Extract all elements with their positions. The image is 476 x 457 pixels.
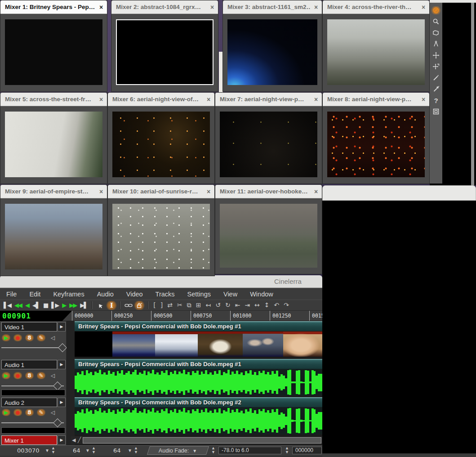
insertion-point-tumbler[interactable]: ▲▼ — [285, 446, 289, 454]
timeline-hscrollbar[interactable]: ◀ ╱ — [71, 436, 322, 444]
main-titlebar[interactable]: Cinelerra — [0, 275, 322, 288]
close-icon[interactable]: × — [203, 188, 214, 195]
crop-icon[interactable] — [431, 74, 441, 82]
cut-button[interactable]: ✂ — [175, 300, 185, 310]
sample-zoom-tumbler[interactable]: ▲▼ — [51, 446, 55, 454]
paste-button[interactable]: ⊞ — [194, 300, 204, 310]
close-icon[interactable]: × — [418, 4, 429, 11]
mixer2-titlebar[interactable]: Mixer 2: abstract-1084_rgrx…× — [111, 0, 218, 14]
mask-icon[interactable] — [431, 29, 441, 37]
mixer6-video-canvas[interactable] — [112, 112, 210, 177]
drag-arrow-tool[interactable] — [95, 301, 106, 310]
sample-zoom-dropdown-icon[interactable]: ▼ — [45, 448, 49, 453]
video1-fader-handle[interactable] — [58, 343, 67, 352]
mixer1-expand-button[interactable]: ▶ — [58, 435, 66, 445]
clear-labels-button[interactable]: ↤ — [203, 300, 213, 310]
mute-icon[interactable]: ◁ — [49, 372, 57, 379]
protect-video-icon[interactable] — [431, 6, 441, 14]
mixer1-titlebar[interactable]: Mixer 1: Britney Spears - Pep…× — [0, 0, 107, 14]
untitled-window-titlebar[interactable] — [322, 185, 476, 201]
menu-tracks[interactable]: Tracks — [149, 291, 181, 298]
audio2-expand-button[interactable]: ▶ — [58, 398, 66, 407]
close-icon[interactable]: × — [206, 4, 218, 11]
mixer11-video-canvas[interactable] — [220, 204, 317, 268]
adjust-projector-icon[interactable] — [431, 63, 441, 71]
frame-reverse-button[interactable]: ◀▌ — [31, 300, 41, 310]
mixer2-video-canvas[interactable] — [116, 19, 214, 85]
menu-video[interactable]: Video — [120, 291, 149, 298]
sample-zoom-value[interactable]: 003070 — [17, 447, 40, 454]
fade-range-field[interactable]: -78.0 to 6.0 — [218, 447, 281, 454]
play-reverse-button[interactable]: ◀ — [23, 300, 31, 310]
goto-end-button[interactable]: ▶▌ — [78, 300, 89, 310]
draw-icon[interactable]: ✎ — [37, 409, 45, 416]
split-view-button[interactable]: ⇄ — [165, 300, 175, 310]
safe-regions-icon[interactable] — [431, 108, 441, 116]
gang-icon[interactable]: 8 — [25, 409, 34, 416]
close-icon[interactable]: × — [95, 188, 107, 195]
out-point-button[interactable]: ] — [158, 300, 165, 310]
mixer5-video-canvas[interactable] — [5, 112, 102, 177]
compositor-scrollbar[interactable] — [471, 3, 474, 185]
scroll-thumb[interactable] — [83, 437, 321, 444]
mixer10-video-canvas[interactable] — [112, 204, 210, 269]
auto-keyframes-toggle[interactable] — [123, 301, 134, 310]
track-zoom-dropdown-icon[interactable]: ▼ — [128, 448, 132, 453]
audio1-expand-button[interactable]: ▶ — [58, 360, 66, 369]
close-icon[interactable]: × — [310, 96, 322, 103]
copy-button[interactable]: ⧉ — [185, 300, 194, 310]
close-icon[interactable]: × — [310, 4, 322, 11]
adjust-camera-icon[interactable] — [431, 51, 441, 59]
mixer6-titlebar[interactable]: Mixer 6: aerial-night-view-of…× — [108, 93, 214, 106]
ruler-icon[interactable] — [431, 40, 441, 48]
prev-label-button[interactable]: ⇤ — [233, 300, 243, 310]
frame-forward-button[interactable]: ▌▶ — [49, 300, 60, 310]
track-zoom-value[interactable]: 64 — [113, 447, 121, 454]
mixer9-titlebar[interactable]: Mixer 9: aerial-of-empire-st…× — [0, 185, 107, 198]
timeline-ruler[interactable]: 0000000002500005000007500010000012500015… — [71, 311, 322, 321]
draw-icon[interactable]: ✎ — [37, 372, 45, 379]
mute-icon[interactable]: ◁ — [49, 409, 57, 416]
close-icon[interactable]: × — [310, 188, 322, 195]
gang-icon[interactable]: 8 — [25, 334, 34, 341]
play-icon[interactable]: ▶ — [2, 334, 10, 341]
menu-view[interactable]: View — [217, 291, 244, 298]
fit-selection-button[interactable]: ↔ — [252, 300, 262, 310]
close-icon[interactable]: × — [418, 96, 429, 103]
mixer8-video-canvas[interactable] — [327, 112, 425, 177]
gang-icon[interactable]: 8 — [25, 372, 34, 379]
play-icon[interactable]: ▶ — [2, 409, 10, 416]
video1-fader[interactable] — [1, 344, 66, 351]
mixer7-video-canvas[interactable] — [220, 112, 317, 177]
mute-icon[interactable]: ◁ — [49, 334, 57, 341]
timebar[interactable]: 0000000002500005000007500010000012500015… — [0, 311, 322, 321]
menu-keyframes[interactable]: Keyframes — [47, 291, 90, 298]
redo-button[interactable]: ↷ — [281, 300, 291, 310]
video1-expand-button[interactable]: ▶ — [58, 322, 66, 332]
fast-reverse-button[interactable]: ◀◀ — [13, 300, 23, 310]
next-label-button[interactable]: ⇥ — [242, 300, 252, 310]
audio2-track-title[interactable]: Britney Spears - Pepsi Commercial with B… — [75, 397, 322, 407]
insertion-point-field[interactable]: 000000 — [292, 447, 322, 454]
in-point-button[interactable]: [ — [151, 300, 158, 310]
record-icon[interactable]: ● — [13, 409, 22, 416]
mixer1-name-field[interactable]: Mixer 1 — [1, 435, 57, 445]
tool-info-icon[interactable]: ? — [431, 96, 441, 104]
mixer3-titlebar[interactable]: Mixer 3: abstract-1161_sm2…× — [223, 0, 322, 14]
audio1-fader[interactable] — [1, 382, 66, 390]
video1-thumbnail-strip[interactable] — [75, 332, 322, 357]
amp-zoom-tumbler[interactable]: ▲▼ — [92, 446, 96, 454]
audio2-fader[interactable] — [1, 419, 66, 426]
menu-audio[interactable]: Audio — [91, 291, 120, 298]
menu-edit[interactable]: Edit — [23, 291, 47, 298]
pane-divider[interactable] — [67, 321, 75, 445]
audio1-fader-handle[interactable] — [53, 381, 62, 390]
eyedropper-icon[interactable] — [431, 85, 441, 93]
video1-track-title[interactable]: Britney Spears - Pepsi Commercial with B… — [75, 321, 322, 331]
track-zoom-tumbler[interactable]: ▲▼ — [134, 446, 138, 454]
mixer5-titlebar[interactable]: Mixer 5: across-the-street-fr…× — [0, 93, 107, 106]
audio1-waveform[interactable] — [75, 369, 322, 396]
close-icon[interactable]: × — [203, 96, 214, 103]
mixer11-titlebar[interactable]: Mixer 11: aerial-over-hoboke…× — [215, 185, 322, 198]
play-button[interactable]: ▶ — [60, 300, 67, 310]
